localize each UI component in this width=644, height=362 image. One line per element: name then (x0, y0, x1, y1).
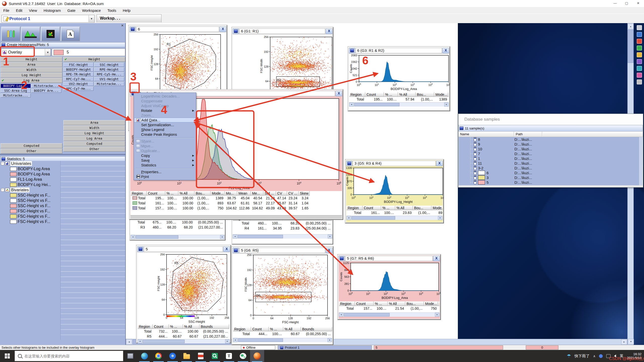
parameter-button[interactable]: RPE-Cy5-He... (94, 72, 124, 76)
stats-hscrollbar[interactable]: ◂▸ (346, 216, 442, 220)
close-icon[interactable]: X (220, 26, 226, 32)
stats-hscrollbar[interactable]: ◂▸ (339, 312, 439, 317)
close-icon[interactable]: X (433, 256, 440, 261)
taskbar-icon-everything[interactable] (208, 350, 222, 362)
stats-hscrollbar[interactable]: ◂▸ (131, 235, 225, 239)
stats-column-count[interactable]: Count (355, 301, 374, 306)
close-icon[interactable]: X (436, 161, 443, 166)
stats-column-%all[interactable]: % All (398, 92, 416, 97)
dot-plot-icon[interactable] (41, 27, 60, 41)
scroll-up-icon[interactable]: ▴ (628, 24, 634, 29)
weather-icon[interactable]: ☂ (567, 353, 571, 359)
plot-type-combo[interactable]: Overlay ▼ (1, 49, 51, 56)
close-icon[interactable]: ✕ (632, 0, 644, 7)
stats-column-cv[interactable]: CV (276, 191, 287, 196)
histogram-plot-icon[interactable] (21, 27, 40, 41)
hidden-icons-chevron[interactable]: ∧ (593, 354, 596, 358)
sample-row-9[interactable]: 9D:...\liuzi... (459, 142, 643, 147)
tree-item[interactable]: SSC-Height vs F... (0, 193, 60, 198)
stats-column-count[interactable]: Count (251, 327, 269, 331)
parameter-button[interactable]: UV2-Height (63, 82, 94, 86)
stats-column-region[interactable]: Region (138, 324, 153, 329)
stats-column-bou[interactable]: Bou... (194, 191, 211, 196)
window-titlebar[interactable]: 5 (G7: R5 & R6) X (338, 255, 440, 262)
stats-column-mode[interactable]: Mode... (424, 301, 438, 306)
stats-hscrollbar[interactable]: ◂▸ (138, 339, 230, 343)
scroll-thumb[interactable] (628, 30, 633, 63)
side-toolbar-icon[interactable] (637, 66, 642, 71)
tray-icon[interactable] (606, 354, 611, 358)
stats-column-%all[interactable]: % All (395, 206, 413, 210)
tree-item[interactable]: SSC-Height vs F... (0, 203, 60, 208)
side-toolbar-icon[interactable] (637, 39, 642, 44)
menu-view[interactable]: View (26, 8, 40, 13)
context-menu-item-copy[interactable]: Copy▶ (134, 153, 196, 158)
window-menu-icon[interactable] (346, 161, 352, 166)
context-menu-item-create-peak-regions[interactable]: Create Peak Regions (134, 132, 196, 137)
axis-row-computed[interactable]: Computed (1, 143, 62, 148)
tree-group-bivariates[interactable]: −Bivariates (0, 187, 60, 193)
panel-splitter[interactable] (0, 154, 125, 155)
selected-sample-field[interactable]: 5 (52, 49, 125, 56)
chevron-down-icon[interactable]: ▼ (89, 15, 94, 22)
window-titlebar[interactable]: 6 X (129, 26, 227, 33)
context-menu-item-statistics[interactable]: Statistics▶ (134, 163, 196, 167)
axis-row-computed[interactable]: Computed (63, 141, 125, 146)
parameter-button[interactable]: UV1-Height (94, 77, 124, 81)
stats-hscrollbar[interactable]: ◂▸ (233, 234, 332, 239)
window-menu-icon[interactable] (130, 26, 136, 32)
stats-column-m[interactable]: M (438, 301, 439, 306)
stats-column-count[interactable]: Count (153, 324, 169, 329)
menu-histogram[interactable]: Histogram (40, 8, 64, 13)
tree-item[interactable]: BODIPY-Log Area (0, 171, 60, 177)
stats-column-me[interactable]: Me... (251, 191, 263, 196)
parameter-button[interactable]: BODIPY Are... (31, 88, 61, 93)
axis-row-log-height[interactable]: Log Height (1, 73, 62, 78)
parameter-button[interactable]: RPE-TR-Height (63, 72, 94, 76)
stats-column-count[interactable]: Count (365, 92, 384, 97)
parameter-button[interactable]: APC-Cy7-He... (63, 86, 94, 91)
stats-column-mean[interactable]: Mean (237, 191, 251, 196)
stats-column-region[interactable]: Region (349, 92, 365, 97)
taskbar-icon-wechat[interactable] (236, 350, 250, 362)
context-menu-item-properties[interactable]: Properties... (134, 169, 196, 174)
axis-row-height[interactable]: Height (1, 57, 62, 62)
close-icon[interactable]: X (336, 91, 342, 96)
ime-language[interactable]: 英 (620, 354, 623, 358)
parameter-button[interactable]: Mitotracke... (1, 93, 31, 98)
stats-column-%[interactable]: % ... (269, 327, 283, 331)
axis-row-log-height[interactable]: Log Height (63, 131, 125, 136)
volume-icon[interactable] (614, 354, 616, 357)
tree-item[interactable]: FSC-Height vs F... (0, 208, 60, 214)
stats-column-region[interactable]: Region (131, 191, 147, 196)
menu-edit[interactable]: Edit (13, 8, 26, 13)
stats-column-%all[interactable]: % All (283, 327, 301, 331)
weather-text[interactable]: 快下雨了 (575, 354, 590, 358)
tree-item[interactable]: FSC-Height vs F... (0, 214, 60, 219)
taskbar-icon-typora[interactable] (222, 350, 236, 362)
protocol-combo[interactable]: Protocol 1 ▼ (2, 15, 95, 23)
parameter-button[interactable]: BODIPY-Height (63, 67, 94, 72)
tubes-icon[interactable] (1, 27, 20, 41)
window-titlebar[interactable]: 6 (G3: R1 & R2) X (348, 47, 450, 54)
stats-column-m[interactable]: M (448, 92, 449, 97)
close-icon[interactable]: X (326, 28, 332, 34)
stats-column-%all[interactable]: % All (178, 191, 194, 196)
side-toolbar-icon[interactable] (637, 73, 642, 78)
menu-file[interactable]: File (0, 8, 13, 13)
stats-column-bounds[interactable]: Bounds (199, 324, 229, 329)
maximize-icon[interactable]: ▢ (621, 0, 632, 7)
scroll-left-icon[interactable]: ◂ (126, 339, 132, 345)
side-toolbar-icon[interactable] (637, 59, 642, 64)
side-toolbar-icon[interactable] (637, 79, 642, 84)
window-menu-icon[interactable] (233, 248, 239, 253)
parameter-button[interactable]: RPC-Cy7-He... (63, 77, 94, 81)
sample-row-7[interactable]: 7D:...\liuzi... (459, 151, 643, 156)
menu-help[interactable]: Help (119, 8, 134, 13)
start-button[interactable] (0, 350, 15, 362)
parameter-button[interactable]: Mitotracke... (94, 82, 124, 86)
side-toolbar-icon[interactable] (637, 25, 642, 30)
stats-column-%all[interactable]: % All (183, 324, 199, 329)
stats-column-%[interactable]: % ... (381, 206, 395, 210)
stats-column-bounds[interactable]: Bounds (301, 327, 332, 331)
